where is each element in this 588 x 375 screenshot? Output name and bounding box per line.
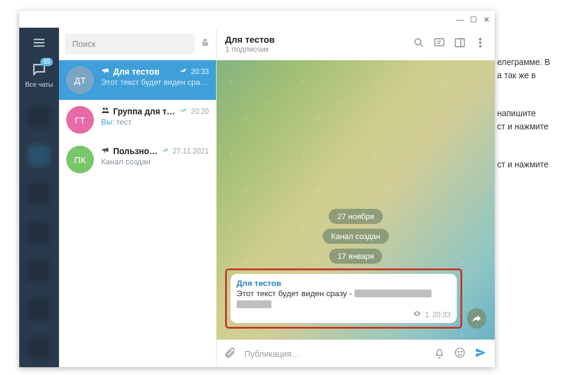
channel-icon: [101, 66, 110, 76]
share-button[interactable]: [467, 308, 486, 329]
conversation-pane: Для тестов 1 подписчик 27 ноября Канал с…: [217, 28, 495, 367]
telegram-window: — ☐ ✕ 99 Все чаты: [19, 11, 495, 367]
comments-button[interactable]: [433, 37, 445, 51]
lock-icon[interactable]: [200, 38, 210, 50]
message-text: Этот текст будет виден сразу -: [237, 289, 451, 308]
svg-point-1: [106, 108, 108, 110]
chat-name: Пользно…: [113, 146, 158, 156]
svg-point-10: [461, 351, 462, 352]
chat-list: Поиск ДТ Для тестов 20:33 Этот текст буд…: [59, 28, 217, 367]
read-checks-icon: [180, 66, 188, 76]
all-chats-folder[interactable]: 99 Все чаты: [25, 61, 54, 88]
chat-title[interactable]: Для тестов: [225, 34, 404, 45]
svg-point-7: [480, 45, 481, 47]
channel-icon: [101, 146, 110, 156]
chat-item[interactable]: ГТ Группа для те… 20:20 Вы: тест: [59, 100, 216, 140]
chat-header: Для тестов 1 подписчик: [217, 28, 495, 60]
messages-area[interactable]: 27 ноября Канал создан 17 января Для тес…: [217, 60, 495, 339]
search-input[interactable]: Поиск: [65, 34, 194, 54]
chat-item-selected[interactable]: ДТ Для тестов 20:33 Этот текст будет вид…: [59, 60, 216, 100]
search-in-chat-button[interactable]: [413, 37, 425, 51]
svg-rect-4: [456, 39, 465, 46]
attach-button[interactable]: [224, 347, 236, 361]
background-article: елеграмме. Ва так же в напишитест и нажм…: [497, 55, 581, 195]
menu-button[interactable]: [32, 36, 46, 51]
service-message: Канал создан: [323, 229, 389, 244]
search-placeholder: Поиск: [72, 39, 96, 49]
unread-badge: 99: [40, 58, 53, 66]
message-views: 1: [425, 311, 429, 319]
window-close-button[interactable]: ✕: [483, 15, 490, 24]
svg-point-9: [458, 351, 459, 352]
blurred-folders: [28, 106, 50, 359]
svg-rect-3: [435, 39, 444, 46]
chat-name: Группа для те…: [113, 107, 176, 116]
message-time: 20:33: [433, 311, 451, 319]
notifications-button[interactable]: [433, 347, 445, 361]
chat-item[interactable]: ПК Пользно… 27.11.2021 Канал создан: [59, 140, 216, 179]
hidden-text-block: [237, 300, 271, 308]
message-composer: Публикация…: [217, 339, 495, 367]
avatar: ПК: [66, 146, 94, 173]
chat-preview: Этот текст будет виден сраз…: [101, 78, 209, 87]
window-maximize-button[interactable]: ☐: [470, 15, 477, 24]
window-minimize-button[interactable]: —: [456, 15, 464, 24]
emoji-button[interactable]: [454, 347, 466, 361]
window-titlebar: — ☐ ✕: [19, 11, 495, 28]
chat-name: Для тестов: [113, 67, 176, 76]
send-button[interactable]: [474, 346, 487, 362]
highlighted-message: Для тестов Этот текст будет виден сразу …: [225, 268, 462, 329]
group-icon: [101, 106, 110, 116]
svg-point-6: [480, 42, 481, 43]
views-icon: [413, 309, 421, 320]
side-panel-button[interactable]: [454, 37, 466, 51]
avatar: ДТ: [66, 66, 94, 94]
date-divider: 27 ноября: [329, 209, 382, 224]
svg-point-0: [103, 108, 105, 110]
svg-point-2: [415, 39, 421, 45]
date-divider: 17 января: [329, 249, 382, 264]
message-sender: Для тестов: [237, 279, 451, 288]
avatar: ГТ: [66, 106, 94, 134]
read-checks-icon: [162, 146, 170, 156]
read-checks-icon: [180, 106, 188, 116]
chat-preview: Канал создан: [101, 157, 209, 166]
hidden-text-block: [354, 290, 432, 297]
all-chats-label: Все чаты: [25, 81, 54, 88]
composer-input[interactable]: Публикация…: [244, 349, 425, 359]
folders-sidebar: 99 Все чаты: [19, 28, 59, 367]
message-bubble[interactable]: Для тестов Этот текст будет виден сразу …: [231, 274, 457, 323]
chat-subtitle: 1 подписчик: [225, 45, 404, 54]
more-menu-button[interactable]: [474, 37, 486, 51]
svg-point-8: [456, 348, 465, 357]
svg-point-5: [480, 38, 481, 40]
chat-preview: Вы: тест: [101, 117, 209, 126]
